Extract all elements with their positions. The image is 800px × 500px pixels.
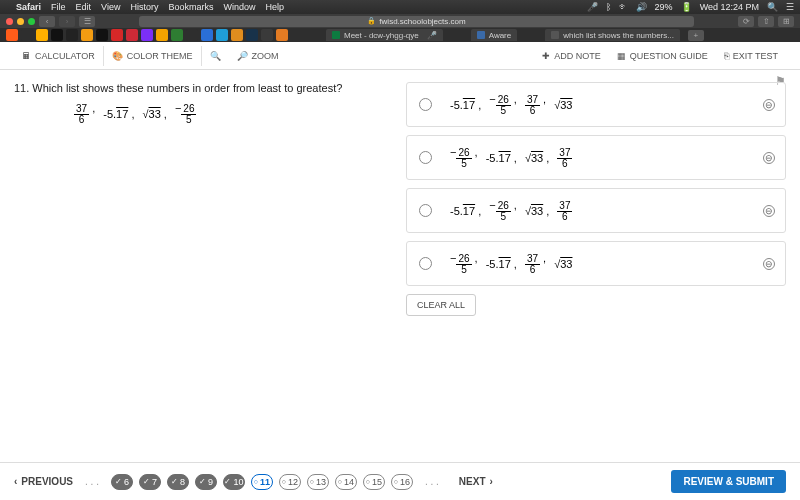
bookmark-14[interactable]: [216, 29, 228, 41]
radio-icon[interactable]: [419, 257, 432, 270]
radio-icon[interactable]: [419, 98, 432, 111]
battery-percent: 29%: [655, 2, 673, 12]
close-window-icon[interactable]: [6, 18, 13, 25]
qnav-13[interactable]: 13: [307, 474, 329, 490]
qnav-14[interactable]: 14: [335, 474, 357, 490]
bluetooth-icon[interactable]: ᛒ: [606, 2, 611, 12]
nav-ellipsis: . . .: [81, 476, 103, 487]
choice-0[interactable]: -5.17 ,−265 ,376 ,33⊖: [406, 82, 786, 127]
forward-button[interactable]: ›: [59, 16, 75, 27]
chevron-right-icon: ›: [490, 476, 493, 487]
qnav-15[interactable]: 15: [363, 474, 385, 490]
window-controls[interactable]: [6, 18, 35, 25]
menu-view[interactable]: View: [101, 2, 120, 12]
qnav-12[interactable]: 12: [279, 474, 301, 490]
share-button[interactable]: ⇧: [758, 16, 774, 27]
bookmark-0[interactable]: [6, 29, 18, 41]
eliminate-icon[interactable]: ⊖: [763, 205, 775, 217]
mic-tab-icon: 🎤: [427, 31, 437, 40]
clear-all-button[interactable]: CLEAR ALL: [406, 294, 476, 316]
bookmark-5[interactable]: [81, 29, 93, 41]
volume-icon[interactable]: 🔊: [636, 2, 647, 12]
choice-2[interactable]: -5.17 ,−265 ,33 ,376⊖: [406, 188, 786, 233]
choice-expression: -5.17 ,−265 ,33 ,376: [450, 199, 572, 222]
bookmark-7[interactable]: [111, 29, 123, 41]
eliminate-icon[interactable]: ⊖: [763, 258, 775, 270]
address-bar[interactable]: fwisd.schoolobjects.com: [139, 16, 694, 27]
radio-icon[interactable]: [419, 151, 432, 164]
sidebar-button[interactable]: ☰: [79, 16, 95, 27]
zoom-out-button[interactable]: 🔍: [202, 51, 229, 61]
bookmark-9[interactable]: [141, 29, 153, 41]
menu-help[interactable]: Help: [265, 2, 284, 12]
question-values: 376 ,-5.17 ,33 ,−265: [74, 102, 386, 125]
exit-test-button[interactable]: ⎘EXIT TEST: [716, 51, 786, 61]
bookmark-13[interactable]: [201, 29, 213, 41]
clock[interactable]: Wed 12:24 PM: [700, 2, 759, 12]
maximize-window-icon[interactable]: [28, 18, 35, 25]
question-text: 11. Which list shows these numbers in or…: [14, 82, 386, 94]
bookmark-6[interactable]: [96, 29, 108, 41]
bookmark-2[interactable]: [36, 29, 48, 41]
qnav-6[interactable]: 6: [111, 474, 133, 490]
back-button[interactable]: ‹: [39, 16, 55, 27]
bookmarks-bar: Meet - dcw-yhgg-qye🎤 Aware which list sh…: [0, 28, 800, 42]
qnav-8[interactable]: 8: [167, 474, 189, 490]
menu-bookmarks[interactable]: Bookmarks: [168, 2, 213, 12]
review-submit-button[interactable]: REVIEW & SUBMIT: [671, 470, 786, 493]
menu-file[interactable]: File: [51, 2, 66, 12]
zoom-button[interactable]: 🔎ZOOM: [229, 51, 287, 61]
qnav-7[interactable]: 7: [139, 474, 161, 490]
qnav-16[interactable]: 16: [391, 474, 413, 490]
bookmark-15[interactable]: [231, 29, 243, 41]
calculator-button[interactable]: 🖩CALCULATOR: [14, 46, 104, 66]
search-icon[interactable]: 🔍: [767, 2, 778, 12]
eliminate-icon[interactable]: ⊖: [763, 99, 775, 111]
radio-icon[interactable]: [419, 204, 432, 217]
color-theme-button[interactable]: 🎨COLOR THEME: [104, 46, 202, 66]
plus-icon: ✚: [542, 51, 550, 61]
browser-chrome: ‹ › ☰ fwisd.schoolobjects.com ⟳ ⇧ ⊞: [0, 14, 800, 28]
previous-button[interactable]: ‹PREVIOUS: [14, 476, 73, 487]
question-nav: 678910111213141516: [111, 474, 413, 490]
add-note-button[interactable]: ✚ADD NOTE: [534, 51, 609, 61]
bookmark-18[interactable]: [276, 29, 288, 41]
zoom-in-icon: 🔎: [237, 51, 248, 61]
qnav-current[interactable]: 11: [251, 474, 273, 490]
minimize-window-icon[interactable]: [17, 18, 24, 25]
bookmark-11[interactable]: [171, 29, 183, 41]
calculator-icon: 🖩: [22, 51, 31, 61]
nav-ellipsis: . . .: [421, 476, 443, 487]
tabs-button[interactable]: ⊞: [778, 16, 794, 27]
tab-aware[interactable]: Aware: [471, 29, 518, 41]
question-guide-button[interactable]: ▦QUESTION GUIDE: [609, 51, 716, 61]
control-center-icon[interactable]: ☰: [786, 2, 794, 12]
bookmark-8[interactable]: [126, 29, 138, 41]
bottom-nav: ‹PREVIOUS . . . 678910111213141516 . . .…: [0, 462, 800, 500]
qnav-9[interactable]: 9: [195, 474, 217, 490]
battery-icon[interactable]: 🔋: [681, 2, 692, 12]
bookmark-10[interactable]: [156, 29, 168, 41]
bookmark-4[interactable]: [66, 29, 78, 41]
tab-meet[interactable]: Meet - dcw-yhgg-qye🎤: [326, 29, 443, 41]
tab-search[interactable]: which list shows the numbers...: [545, 29, 680, 41]
eliminate-icon[interactable]: ⊖: [763, 152, 775, 164]
bookmark-16[interactable]: [246, 29, 258, 41]
menu-history[interactable]: History: [130, 2, 158, 12]
new-tab-button[interactable]: +: [688, 30, 704, 41]
choice-3[interactable]: −265 ,-5.17 ,376 ,33⊖: [406, 241, 786, 286]
menu-edit[interactable]: Edit: [76, 2, 92, 12]
bookmark-3[interactable]: [51, 29, 63, 41]
choice-expression: −265 ,-5.17 ,33 ,376: [450, 146, 572, 169]
app-name[interactable]: Safari: [16, 2, 41, 12]
wifi-icon[interactable]: ᯤ: [619, 2, 628, 12]
mic-icon[interactable]: 🎤: [587, 2, 598, 12]
menu-window[interactable]: Window: [223, 2, 255, 12]
bookmark-12[interactable]: [186, 29, 198, 41]
next-button[interactable]: NEXT›: [459, 476, 493, 487]
bookmark-1[interactable]: [21, 29, 33, 41]
reload-button[interactable]: ⟳: [738, 16, 754, 27]
qnav-10[interactable]: 10: [223, 474, 245, 490]
bookmark-17[interactable]: [261, 29, 273, 41]
choice-1[interactable]: −265 ,-5.17 ,33 ,376⊖: [406, 135, 786, 180]
